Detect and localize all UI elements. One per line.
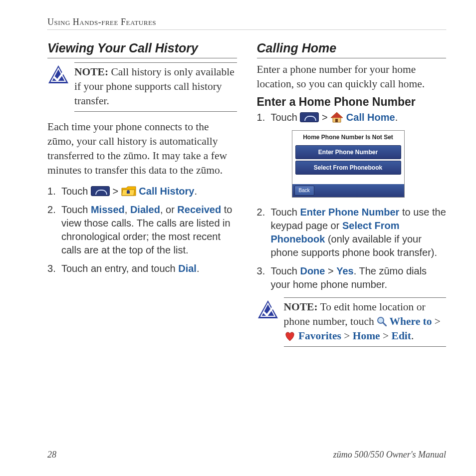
- screenshot-panel: Home Phone Number Is Not Set Enter Phone…: [292, 130, 405, 198]
- separator: >: [113, 186, 121, 197]
- gt: >: [380, 330, 392, 342]
- link-favorites: Favorites: [298, 330, 341, 342]
- separator: >: [322, 112, 330, 123]
- link-call-history: Call History: [139, 186, 194, 197]
- text: Touch: [61, 204, 91, 215]
- svg-line-8: [383, 323, 386, 326]
- note-label: NOTE:: [284, 301, 318, 313]
- back-button[interactable]: Back: [294, 186, 314, 196]
- sep: ,: [125, 204, 130, 215]
- page-footer: 28 zūmo 500/550 Owner's Manual: [47, 450, 446, 460]
- magnifier-icon: [377, 316, 387, 326]
- note-body: NOTE: To edit home location or phone num…: [284, 297, 447, 347]
- note-call-history: NOTE: Call history is only available if …: [47, 62, 237, 112]
- steps-call-history: Touch > Call History. Touch Missed, Dial…: [47, 185, 237, 275]
- heart-icon: [284, 331, 296, 341]
- left-column: Viewing Your Call History NOTE: Call his…: [47, 40, 237, 355]
- intro-paragraph: Enter a phone number for your home locat…: [257, 62, 447, 91]
- select-from-phonebook-button[interactable]: Select From Phonebook: [295, 161, 401, 175]
- screenshot-blank: [292, 176, 404, 184]
- link-home: Home: [353, 330, 380, 342]
- subheading-enter-home: Enter a Home Phone Number: [257, 94, 447, 110]
- note-edit-home: NOTE: To edit home location or phone num…: [257, 297, 447, 347]
- period: .: [194, 186, 197, 197]
- checkmark-icon: [47, 64, 69, 85]
- checkmark-icon: [257, 299, 279, 320]
- step-3: Touch an entry, and touch Dial.: [47, 262, 237, 275]
- link-edit: Edit: [392, 330, 411, 342]
- text: Touch: [61, 186, 91, 197]
- link-where-to: Where to: [390, 315, 432, 327]
- step-1: Touch > Call History.: [47, 185, 237, 198]
- screenshot-home-phone: Home Phone Number Is Not Set Enter Phone…: [292, 130, 405, 198]
- steps-calling-home-cont: Touch Enter Phone Number to use the keyp…: [257, 206, 447, 291]
- sep: , or: [160, 204, 177, 215]
- heading-call-history: Viewing Your Call History: [47, 40, 237, 58]
- link-enter-phone-number: Enter Phone Number: [300, 207, 399, 218]
- link-missed: Missed: [91, 204, 125, 215]
- note-label: NOTE:: [74, 66, 108, 78]
- manual-title: zūmo 500/550 Owner's Manual: [333, 450, 446, 460]
- svg-rect-4: [335, 119, 338, 122]
- period: .: [197, 263, 200, 274]
- running-header: Using Hands-free Features: [47, 17, 446, 30]
- content-columns: Viewing Your Call History NOTE: Call his…: [47, 40, 446, 355]
- text: Touch: [271, 265, 300, 276]
- enter-phone-number-button[interactable]: Enter Phone Number: [295, 145, 401, 159]
- link-dialed: Dialed: [130, 204, 160, 215]
- link-call-home: Call Home: [346, 112, 395, 123]
- link-yes: Yes: [336, 265, 353, 276]
- phone-icon: [300, 112, 319, 122]
- svg-marker-3: [331, 112, 343, 118]
- page-number: 28: [47, 450, 56, 460]
- period: .: [411, 330, 414, 342]
- text: Touch an entry, and touch: [61, 263, 178, 274]
- gt: >: [432, 315, 441, 327]
- step-2: Touch Missed, Dialed, or Received to vie…: [47, 203, 237, 257]
- home-icon: [330, 112, 343, 123]
- text: Touch: [271, 112, 300, 123]
- step-3: Touch Done > Yes. The zūmo dials your ho…: [257, 264, 447, 291]
- link-done: Done: [300, 265, 325, 276]
- screenshot-footer: Back: [292, 184, 404, 197]
- steps-calling-home: Touch > Call Home.: [257, 111, 447, 124]
- text: Touch: [271, 207, 300, 218]
- phone-icon: [91, 186, 110, 196]
- heading-calling-home: Calling Home: [257, 40, 447, 58]
- screenshot-title: Home Phone Number Is Not Set: [292, 131, 404, 144]
- link-dial: Dial: [178, 263, 197, 274]
- step-1: Touch > Call Home.: [257, 111, 447, 124]
- note-body: NOTE: Call history is only available if …: [74, 62, 237, 112]
- gt: >: [341, 330, 353, 342]
- link-received: Received: [177, 204, 221, 215]
- gt: >: [325, 265, 336, 276]
- right-column: Calling Home Enter a phone number for yo…: [257, 40, 447, 355]
- period: .: [395, 112, 398, 123]
- step-2: Touch Enter Phone Number to use the keyp…: [257, 206, 447, 259]
- folder-icon: [121, 186, 136, 197]
- intro-paragraph: Each time your phone connects to the zūm…: [47, 120, 237, 178]
